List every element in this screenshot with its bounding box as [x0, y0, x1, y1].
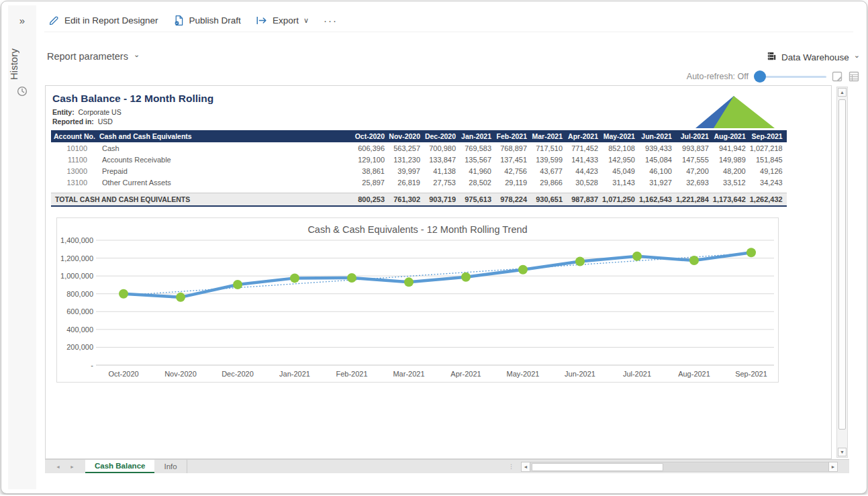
month-col-header: Jan-2021 [460, 130, 495, 142]
svg-text:200,000: 200,000 [66, 343, 93, 351]
scroll-left-icon[interactable]: ◄ [521, 462, 530, 472]
prev-sheet-icon[interactable]: ◄ [56, 464, 60, 469]
value-cell: 768,897 [495, 142, 531, 154]
total-value-cell: 987,837 [567, 193, 602, 206]
svg-text:Oct-2020: Oct-2020 [108, 370, 138, 378]
splitter-grip-icon[interactable]: ⋮ [508, 465, 514, 468]
more-actions-button[interactable]: ··· [320, 15, 342, 26]
edit-in-report-designer-button[interactable]: Edit in Report Designer [44, 12, 162, 29]
export-button[interactable]: Export ∨ [252, 13, 313, 28]
total-value-cell: 1,162,543 [639, 193, 676, 206]
total-value-cell: 800,253 [353, 193, 389, 206]
svg-text:1,000,000: 1,000,000 [60, 272, 93, 280]
svg-text:Jul-2021: Jul-2021 [623, 370, 651, 378]
value-cell: 133,847 [424, 154, 460, 165]
svg-text:May-2021: May-2021 [507, 370, 540, 378]
value-cell: 700,980 [424, 142, 460, 154]
vertical-scrollbar[interactable]: ▲ ▼ [836, 87, 848, 458]
total-value-cell: 903,719 [424, 193, 460, 206]
value-cell: 137,451 [495, 154, 531, 165]
trend-chart: -200,000400,000600,000800,0001,000,0001,… [56, 217, 779, 383]
value-cell: 26,819 [389, 177, 424, 188]
export-label: Export [273, 15, 299, 26]
report-parameters-label: Report parameters [47, 51, 128, 62]
value-cell: 32,693 [676, 177, 713, 188]
description-col-header: Cash and Cash Equivalents [97, 130, 353, 142]
value-cell: 31,927 [639, 177, 676, 188]
total-value-cell: 1,071,250 [602, 193, 639, 206]
value-cell: 769,583 [460, 142, 495, 154]
tab-cash-balance[interactable]: Cash Balance [85, 460, 154, 473]
value-cell: 717,510 [531, 142, 567, 154]
svg-text:Feb-2021: Feb-2021 [336, 370, 367, 378]
expand-panel-icon[interactable]: » [8, 15, 36, 26]
tab-info[interactable]: Info [154, 460, 187, 473]
svg-text:400,000: 400,000 [66, 326, 93, 334]
slider-track [759, 76, 826, 78]
value-cell: 129,100 [353, 154, 389, 165]
month-col-header: Oct-2020 [353, 130, 389, 142]
report-parameters-caret-icon: ⌄ [134, 50, 140, 59]
tab-info-label: Info [164, 462, 177, 470]
svg-text:1,400,000: 1,400,000 [60, 236, 93, 244]
month-col-header: May-2021 [602, 130, 639, 142]
tab-cash-balance-label: Cash Balance [95, 462, 145, 470]
month-col-header: Apr-2021 [567, 130, 602, 142]
svg-text:1,200,000: 1,200,000 [60, 254, 93, 262]
export-icon [256, 15, 268, 26]
total-value-cell: 1,262,432 [750, 193, 787, 206]
sheet-tab-bar: ◄ ► Cash Balance Info ⋮ ◄ ► [45, 459, 849, 473]
svg-text:Dec-2020: Dec-2020 [222, 370, 254, 378]
vertical-scrollbar-thumb[interactable] [838, 99, 846, 430]
value-cell: 25,897 [353, 177, 389, 188]
report-parameters-dropdown[interactable]: Report parameters ⌄ [47, 51, 140, 62]
value-cell: 44,423 [567, 165, 602, 177]
month-col-header: Dec-2020 [424, 130, 460, 142]
month-col-header: Nov-2020 [389, 130, 424, 142]
grid-view-icon[interactable] [849, 71, 860, 83]
sheet-tab-nav: ◄ ► [45, 460, 85, 473]
reported-in-value: USD [98, 117, 113, 126]
horizontal-scrollbar-track[interactable] [530, 462, 828, 472]
table-header-row: Account No.Cash and Cash EquivalentsOct-… [51, 130, 787, 142]
total-value-cell: 1,221,284 [676, 193, 713, 206]
scroll-down-icon[interactable]: ▼ [838, 448, 847, 456]
month-col-header: Jul-2021 [676, 130, 713, 142]
month-col-header: Aug-2021 [713, 130, 750, 142]
month-col-header: Feb-2021 [495, 130, 531, 142]
value-cell: 563,257 [389, 142, 424, 154]
data-source-dropdown[interactable]: Data Warehouse ⌄ [767, 51, 860, 63]
trend-chart-svg: -200,000400,000600,000800,0001,000,0001,… [57, 218, 778, 382]
auto-refresh-label: Auto-refresh: Off [687, 72, 749, 81]
history-panel-label[interactable]: History [8, 38, 36, 91]
value-cell: 147,555 [676, 154, 713, 165]
account-name-cell: Accounts Receivable [97, 154, 353, 165]
account-number-cell: 10100 [51, 142, 97, 154]
account-name-cell: Prepaid [97, 165, 353, 177]
publish-draft-button[interactable]: Publish Draft [169, 12, 245, 29]
value-cell: 1,027,218 [750, 142, 787, 154]
scroll-up-icon[interactable]: ▲ [838, 88, 847, 97]
edit-in-report-designer-label: Edit in Report Designer [64, 15, 158, 26]
scroll-right-icon[interactable]: ► [828, 462, 838, 472]
account-number-cell: 13000 [51, 165, 97, 177]
auto-refresh-slider[interactable] [754, 70, 826, 83]
data-source-label: Data Warehouse [781, 52, 849, 62]
slider-knob[interactable] [754, 70, 766, 83]
svg-text:-: - [91, 361, 93, 369]
value-cell: 993,837 [676, 142, 713, 154]
horizontal-scrollbar-thumb[interactable] [532, 463, 663, 471]
entity-value: Corporate US [79, 108, 122, 116]
entity-label: Entity: [52, 108, 75, 116]
total-value-cell: 930,651 [531, 193, 567, 206]
svg-text:Jan-2021: Jan-2021 [279, 370, 310, 378]
value-cell: 30,528 [567, 177, 602, 188]
export-chevron-down-icon: ∨ [303, 16, 309, 25]
month-col-header: Jun-2021 [639, 130, 676, 142]
history-clock-icon[interactable] [17, 86, 28, 99]
app-window: » History Edit in Report Designer Publis… [1, 1, 867, 494]
next-sheet-icon[interactable]: ► [70, 464, 75, 469]
edit-cell-icon[interactable] [832, 71, 843, 83]
value-cell: 149,989 [713, 154, 750, 165]
horizontal-scrollbar[interactable]: ⋮ ◄ ► [508, 462, 838, 472]
